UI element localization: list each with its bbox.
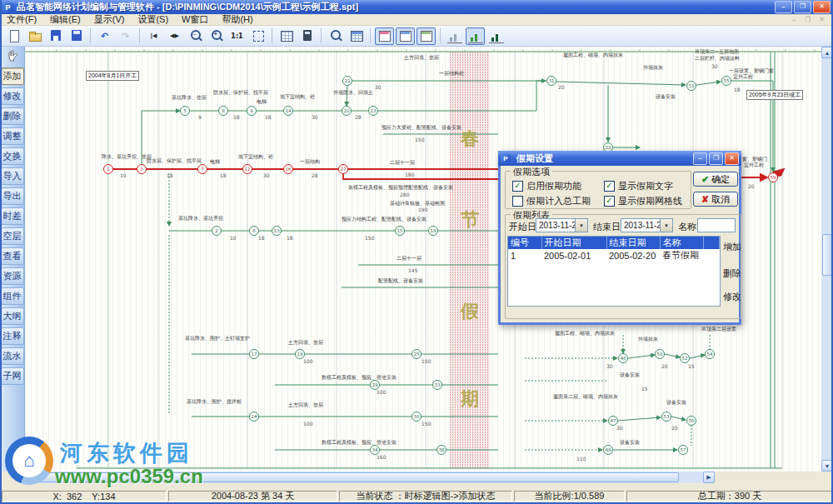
undo-icon[interactable]: ↶ xyxy=(95,27,114,45)
menu-item[interactable]: 显示(V) xyxy=(87,13,132,26)
menu-item[interactable]: 帮助(H) xyxy=(215,13,259,26)
dialog-close-button[interactable]: ✕ xyxy=(725,152,739,165)
dialog-checkbox-假期计入总工期[interactable]: 假期计入总工期 xyxy=(512,195,591,207)
sidebar-item-查看[interactable]: 查看 xyxy=(1,247,24,265)
dialog-minimize-button[interactable]: – xyxy=(693,152,707,165)
sidebar-item-导入[interactable]: 导入 xyxy=(1,167,24,185)
dialog-checkbox-显示假期文字[interactable]: ✓显示假期文字 xyxy=(604,180,673,192)
name-input[interactable] xyxy=(697,218,736,232)
dialog-删除-button[interactable]: 删除 xyxy=(721,267,744,279)
holiday-table-header: 编号开始日期结束日期名称 xyxy=(508,237,720,249)
zoom-out-icon[interactable]: – xyxy=(186,27,205,45)
sidebar-item-资源[interactable]: 资源 xyxy=(1,267,24,285)
svg-text:23: 23 xyxy=(371,108,377,113)
end-date-combobox[interactable]: 2013-11-26 ▼ xyxy=(621,218,673,232)
ok-button[interactable]: ✔ 确定 xyxy=(693,172,738,187)
vertical-scroll-thumb[interactable] xyxy=(822,234,832,276)
svg-text:38: 38 xyxy=(439,447,445,452)
menu-item[interactable]: 文件(F) xyxy=(0,13,43,26)
chevron-down-icon[interactable]: ▼ xyxy=(660,219,672,232)
table-header[interactable]: 名称 xyxy=(660,237,703,249)
open-icon[interactable] xyxy=(25,27,44,45)
cancel-button[interactable]: ✘ 取消 xyxy=(693,192,738,207)
minimize-button[interactable]: – xyxy=(775,1,792,13)
data-table-icon[interactable] xyxy=(277,27,296,45)
svg-text:29: 29 xyxy=(372,382,378,387)
sidebar-item-注释[interactable]: 注释 xyxy=(1,327,24,345)
chart-resource-icon[interactable] xyxy=(486,27,506,45)
chart-frontline-icon[interactable] xyxy=(466,27,485,45)
print-preview-icon[interactable] xyxy=(326,27,345,45)
sidebar-item-修改[interactable]: 修改 xyxy=(1,87,24,105)
menu-item[interactable]: 编辑(E) xyxy=(43,13,87,26)
pan-hand-icon[interactable] xyxy=(3,48,22,65)
name-label: 名称 xyxy=(678,221,696,233)
sidebar-item-组件[interactable]: 组件 xyxy=(1,287,24,305)
dialog-修改-button[interactable]: 修改 xyxy=(721,291,744,302)
menu-item[interactable]: W窗口 xyxy=(175,13,215,26)
actual-size-icon[interactable]: 1:1 xyxy=(227,27,247,45)
vertical-scrollbar[interactable]: ▲ ▼ xyxy=(821,47,833,472)
fit-width-icon[interactable]: ◀▶ xyxy=(165,27,184,45)
go-first-icon[interactable]: |◀ xyxy=(144,27,163,45)
sidebar-item-大纲[interactable]: 大纲 xyxy=(1,307,24,325)
checkbox-box-icon[interactable]: ✓ xyxy=(512,181,523,192)
dialog-title-bar[interactable]: P 假期设置 – ❐ ✕ xyxy=(498,151,741,166)
sidebar-item-时差[interactable]: 时差 xyxy=(1,207,24,225)
fit-screen-icon[interactable] xyxy=(248,27,267,45)
svg-text:53: 53 xyxy=(664,414,670,419)
svg-text:设备安装: 设备安装 xyxy=(620,439,640,446)
svg-text:10: 10 xyxy=(230,235,237,241)
scroll-right-icon[interactable]: ▶ xyxy=(703,472,715,483)
horizontal-scrollbar[interactable]: ◀ ▶ xyxy=(25,472,715,483)
scroll-down-icon[interactable]: ▼ xyxy=(821,460,833,472)
chevron-down-icon[interactable]: ▼ xyxy=(575,219,587,232)
svg-text:9: 9 xyxy=(198,114,202,120)
close-button[interactable]: ✕ xyxy=(813,1,831,13)
svg-text:二层十一层: 二层十一层 xyxy=(397,255,421,261)
table-header[interactable]: 开始日期 xyxy=(541,237,606,249)
calculator-icon[interactable] xyxy=(297,27,317,45)
sidebar-item-空层[interactable]: 空层 xyxy=(1,227,24,245)
status-bar: X: 362 Y:1342004-08-23 第 34 天当前状态 ：时标逻辑图… xyxy=(0,490,833,504)
svg-text:18: 18 xyxy=(167,172,173,178)
sidebar-item-添加[interactable]: 添加 xyxy=(1,67,24,85)
save-icon[interactable] xyxy=(46,27,65,45)
dialog-增加-button[interactable]: 增加 xyxy=(721,241,744,252)
chart-x-icon[interactable] xyxy=(445,27,464,45)
sidebar-item-导出[interactable]: 导出 xyxy=(1,187,24,205)
checkbox-box-icon[interactable]: ✓ xyxy=(604,196,615,207)
table-row[interactable]: 12005-02-012005-02-20春节假期 xyxy=(508,249,720,262)
page-setup-icon[interactable] xyxy=(347,27,366,45)
zoom-in-icon[interactable]: + xyxy=(207,27,226,45)
sidebar-item-调整[interactable]: 调整 xyxy=(1,127,24,145)
checkbox-box-icon[interactable] xyxy=(512,196,523,207)
scroll-up-icon[interactable]: ▲ xyxy=(821,47,833,58)
table-header[interactable]: 结束日期 xyxy=(606,237,660,249)
svg-text:20: 20 xyxy=(558,84,565,90)
sidebar-item-子网[interactable]: 子网 xyxy=(1,367,24,385)
checkbox-box-icon[interactable]: ✓ xyxy=(604,181,615,192)
table-header[interactable]: 编号 xyxy=(508,237,541,249)
dialog-checkbox-显示假期网格线[interactable]: ✓显示假期网格线 xyxy=(604,195,682,207)
restore-button[interactable]: ❐ xyxy=(794,1,811,13)
view-time-icon[interactable] xyxy=(396,27,415,45)
sidebar-item-流水[interactable]: 流水 xyxy=(1,347,24,365)
dialog-maximize-button[interactable]: ❐ xyxy=(709,152,723,165)
checkbox-label: 显示假期文字 xyxy=(618,180,673,192)
menu-item[interactable]: 设置(S) xyxy=(131,13,175,26)
new-icon[interactable] xyxy=(4,27,23,45)
svg-text:150: 150 xyxy=(421,358,431,364)
view-split-icon[interactable] xyxy=(416,27,436,45)
redo-icon[interactable]: ↷ xyxy=(116,27,135,45)
svg-text:屋面第二层、砌墙、内墙抹灰: 屋面第二层、砌墙、内墙抹灰 xyxy=(553,393,618,400)
dialog-checkbox-启用假期功能[interactable]: ✓启用假期功能 xyxy=(512,180,581,192)
scroll-left-icon[interactable]: ◀ xyxy=(25,472,37,483)
holiday-list-box[interactable]: 编号开始日期结束日期名称 12005-02-012005-02-20春节假期 xyxy=(507,236,721,307)
start-date-combobox[interactable]: 2013-11-25 ▼ xyxy=(536,218,588,232)
sidebar-item-删除[interactable]: 删除 xyxy=(1,107,24,125)
save-all-icon[interactable] xyxy=(67,27,86,45)
horizontal-scroll-thumb[interactable] xyxy=(37,472,679,482)
sidebar-item-交换[interactable]: 交换 xyxy=(1,147,24,165)
view-logic-icon[interactable] xyxy=(375,27,394,45)
